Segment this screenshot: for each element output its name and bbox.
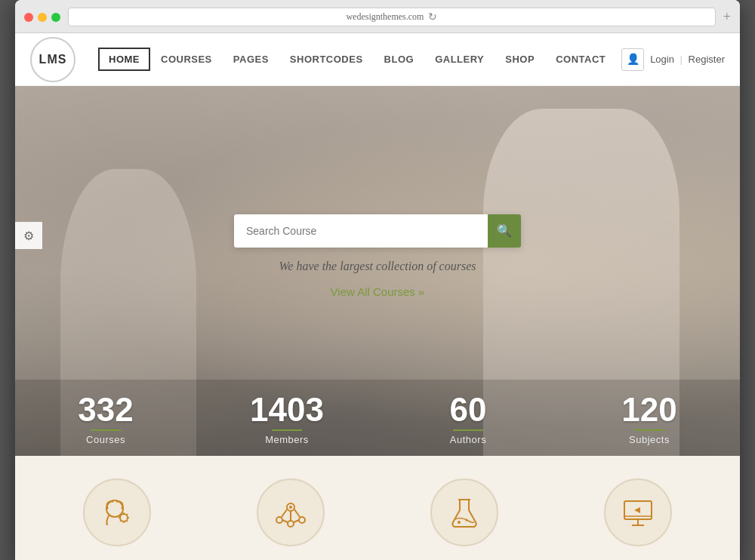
search-button[interactable]: 🔍 (488, 214, 521, 248)
svg-point-13 (458, 521, 461, 524)
members-count: 1403 (250, 393, 324, 426)
divider: | (680, 54, 683, 65)
authors-label: Authors (450, 434, 486, 445)
user-icon-button[interactable]: 👤 (621, 48, 644, 71)
stat-subjects: 120 Subjects (559, 380, 740, 456)
login-link[interactable]: Login (650, 54, 674, 65)
network-icon (257, 478, 325, 546)
browser-window: wedesignthemes.com ↻ + LMS HOME COURSES … (15, 0, 740, 560)
search-icon: 🔍 (497, 223, 512, 238)
gear-icon: ⚙ (23, 229, 34, 243)
flask-icon (430, 478, 498, 546)
stat-divider-1 (91, 429, 121, 431)
svg-line-7 (294, 509, 300, 517)
svg-point-11 (289, 506, 292, 509)
minimize-button[interactable] (38, 13, 47, 22)
stat-divider-2 (272, 429, 302, 431)
header-actions: 👤 Login | Register (621, 48, 725, 71)
new-tab-button[interactable]: + (723, 9, 731, 25)
svg-point-5 (288, 521, 294, 527)
members-label: Members (265, 434, 309, 445)
stat-courses: 332 Courses (15, 380, 196, 456)
stat-authors: 60 Authors (378, 380, 559, 456)
browser-chrome: wedesignthemes.com ↻ + (15, 0, 740, 33)
svg-line-6 (282, 509, 287, 517)
logo-text: LMS (39, 53, 67, 66)
address-bar[interactable]: wedesignthemes.com ↻ (68, 8, 716, 26)
page-content: LMS HOME COURSES PAGES SHORTCODES BLOG G… (15, 33, 740, 560)
site-logo[interactable]: LMS (30, 37, 76, 82)
search-input[interactable] (234, 214, 488, 248)
nav-item-pages[interactable]: PAGES (223, 48, 279, 71)
feature-flask[interactable] (430, 478, 498, 546)
nav-item-home[interactable]: HOME (98, 48, 150, 71)
main-nav: HOME COURSES PAGES SHORTCODES BLOG GALLE… (98, 48, 621, 71)
authors-count: 60 (450, 393, 487, 426)
svg-point-4 (299, 517, 305, 523)
features-section (15, 456, 740, 560)
nav-item-shortcodes[interactable]: SHORTCODES (279, 48, 374, 71)
feature-network[interactable] (257, 478, 325, 546)
subjects-count: 120 (621, 393, 676, 426)
stat-divider-3 (453, 429, 483, 431)
nav-item-blog[interactable]: BLOG (374, 48, 425, 71)
maximize-button[interactable] (51, 13, 60, 22)
settings-widget[interactable]: ⚙ (15, 222, 42, 249)
subjects-label: Subjects (629, 434, 670, 445)
refresh-icon[interactable]: ↻ (428, 11, 437, 23)
svg-line-10 (294, 520, 299, 522)
traffic-lights (24, 13, 60, 22)
nav-item-contact[interactable]: CONTACT (545, 48, 616, 71)
site-header: LMS HOME COURSES PAGES SHORTCODES BLOG G… (15, 33, 740, 86)
url-text: wedesignthemes.com (346, 11, 424, 23)
stats-bar: 332 Courses 1403 Members 60 Authors 120 (15, 380, 740, 456)
nav-item-shop[interactable]: SHOP (495, 48, 545, 71)
stat-members: 1403 Members (196, 380, 378, 456)
view-all-courses-link[interactable]: View All Courses (331, 285, 425, 298)
svg-point-3 (276, 517, 282, 523)
course-search-bar: 🔍 (234, 214, 521, 248)
courses-label: Courses (86, 434, 125, 445)
monitor-icon (604, 478, 672, 546)
user-icon: 👤 (627, 53, 639, 66)
hero-section: ⚙ 🔍 We have the largest collection of co… (15, 86, 740, 456)
nav-item-courses[interactable]: COURSES (150, 48, 223, 71)
feature-brain[interactable] (83, 478, 151, 546)
register-link[interactable]: Register (689, 54, 725, 65)
svg-line-9 (282, 520, 288, 522)
stat-divider-4 (634, 429, 664, 431)
nav-item-gallery[interactable]: GALLERY (424, 48, 495, 71)
hero-tagline: We have the largest collection of course… (279, 260, 476, 273)
svg-point-14 (466, 519, 468, 522)
hero-content: 🔍 We have the largest collection of cour… (234, 214, 521, 298)
brain-gear-icon (83, 478, 151, 546)
courses-count: 332 (78, 393, 133, 426)
feature-monitor[interactable] (604, 478, 672, 546)
login-register-links: Login | Register (650, 54, 725, 65)
close-button[interactable] (24, 13, 33, 22)
